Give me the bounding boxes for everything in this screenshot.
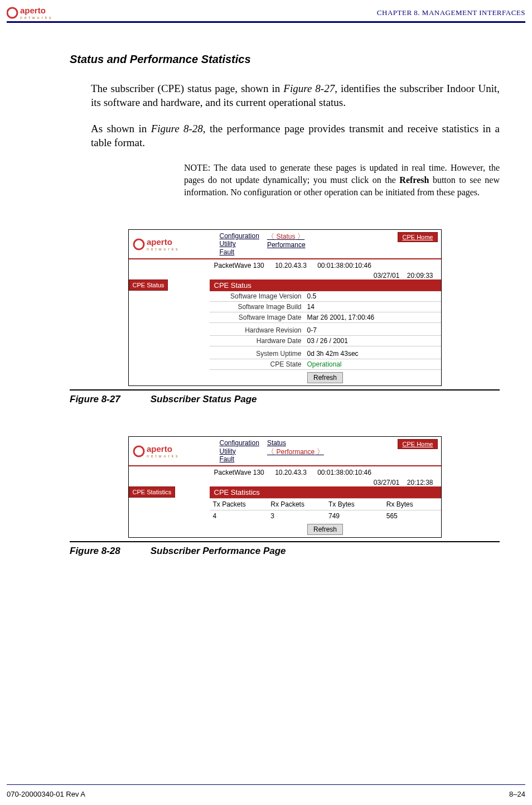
label-sw-version: Software Image Version — [210, 292, 305, 300]
nav-status[interactable]: Status — [277, 233, 296, 240]
row-cpe-state: CPE StateOperational — [210, 359, 441, 370]
svg-text:n e t w o r k s: n e t w o r k s — [147, 247, 178, 251]
panel-title: CPE Status — [210, 279, 441, 291]
figure-27-number: Figure 8-27 — [70, 394, 148, 405]
figure-27-caption: Figure 8-27 Subscriber Status Page — [70, 394, 500, 405]
value-hw-date: 03 / 26 / 2001 — [305, 337, 348, 345]
value-sw-version: 0.5 — [305, 292, 317, 300]
device-info-line: PacketWave 130 10.20.43.3 00:01:38:00:10… — [210, 259, 441, 272]
label-hw-date: Hardware Date — [210, 337, 305, 345]
device-datetime: 03/27/01 20:12:38 — [210, 479, 441, 486]
row-hw-date: Hardware Date03 / 26 / 2001 — [210, 336, 441, 346]
info-model: PacketWave 130 — [214, 469, 264, 476]
nav-configuration[interactable]: Configuration — [220, 232, 259, 240]
header-rule — [7, 21, 525, 23]
refresh-button[interactable]: Refresh — [307, 524, 343, 535]
paragraph-1: The subscriber (CPE) status page, shown … — [91, 81, 500, 109]
nav-utility[interactable]: Utility — [220, 447, 259, 455]
ss-logo: aperto n e t w o r k s — [129, 437, 216, 465]
chapter-label: CHAPTER 8. MANAGEMENT INTERFACES — [377, 8, 525, 17]
nav-bracket-icon: 〈 — [267, 232, 277, 240]
footer-left: 070-20000340-01 Rev A — [7, 790, 85, 798]
info-model: PacketWave 130 — [214, 262, 264, 269]
figure-ref-27: Figure 8-27 — [283, 83, 335, 94]
col-tx-bytes: Tx Bytes — [325, 499, 383, 510]
value-cpe-state: Operational — [305, 360, 342, 368]
figure-28-number: Figure 8-28 — [70, 546, 148, 557]
note: NOTE: The data used to generate these pa… — [184, 162, 500, 198]
row-sw-version: Software Image Version0.5 — [210, 291, 441, 302]
col-tx-packets: Tx Packets — [210, 499, 268, 510]
panel-title: CPE Statistics — [210, 486, 441, 498]
row-sw-build: Software Image Build14 — [210, 302, 441, 312]
figure-28-title: Subscriber Performance Page — [151, 546, 286, 556]
ss-logo: aperto n e t w o r k s — [129, 230, 216, 258]
nav-status[interactable]: Status — [267, 439, 324, 447]
stats-value-row: 4 3 749 565 — [210, 510, 441, 522]
svg-point-0 — [7, 8, 17, 18]
figure-27: aperto n e t w o r k s Configuration Uti… — [70, 229, 500, 405]
nav-performance[interactable]: Performance — [267, 241, 306, 249]
val-rx-bytes: 565 — [383, 510, 441, 522]
svg-text:aperto: aperto — [20, 6, 46, 15]
info-time: 20:12:38 — [407, 479, 433, 486]
svg-text:n e t w o r k s: n e t w o r k s — [147, 454, 178, 458]
nav-configuration[interactable]: Configuration — [220, 439, 259, 447]
label-uptime: System Uptime — [210, 350, 305, 358]
val-tx-packets: 4 — [210, 510, 268, 522]
nav-fault[interactable]: Fault — [220, 455, 259, 463]
device-info-line: PacketWave 130 10.20.43.3 00:01:38:00:10… — [210, 466, 441, 479]
logo: aperto n e t w o r k s — [7, 6, 68, 20]
nav-utility[interactable]: Utility — [220, 240, 259, 248]
note-bold: Refresh — [399, 175, 429, 185]
svg-point-6 — [134, 446, 144, 456]
para2-text-a: As shown in — [91, 123, 151, 134]
figure-28: aperto n e t w o r k s Configuration Uti… — [70, 436, 500, 557]
section-title: Status and Performance Statistics — [70, 53, 500, 66]
info-date: 03/27/01 — [374, 479, 400, 486]
info-time: 20:09:33 — [407, 272, 433, 279]
row-hw-rev: Hardware Revision0-7 — [210, 325, 441, 336]
nav-bracket-icon: 〈 — [267, 447, 277, 456]
nav-bracket-icon: 〉 — [296, 232, 305, 240]
label-sw-date: Software Image Date — [210, 314, 305, 321]
label-sw-build: Software Image Build — [210, 303, 305, 311]
info-mac: 00:01:38:00:10:46 — [317, 469, 371, 476]
col-rx-packets: Rx Packets — [267, 499, 325, 510]
val-tx-bytes: 749 — [325, 510, 383, 522]
svg-point-3 — [134, 239, 144, 249]
value-uptime: 0d 3h 42m 43sec — [305, 350, 359, 358]
stats-header-row: Tx Packets Rx Packets Tx Bytes Rx Bytes — [210, 498, 441, 510]
figure-27-title: Subscriber Status Page — [151, 394, 257, 404]
side-tab-cpe-statistics[interactable]: CPE Statistics — [129, 486, 176, 498]
cpe-home-button[interactable]: CPE Home — [398, 439, 437, 449]
paragraph-2: As shown in Figure 8-28, the performance… — [91, 122, 500, 150]
value-sw-build: 14 — [305, 303, 315, 311]
device-datetime: 03/27/01 20:09:33 — [210, 272, 441, 279]
cpe-home-button[interactable]: CPE Home — [398, 232, 437, 242]
para1-text-a: The subscriber (CPE) status page, shown … — [91, 83, 283, 94]
info-ip: 10.20.43.3 — [275, 262, 307, 269]
figure-28-caption: Figure 8-28 Subscriber Performance Page — [70, 546, 500, 557]
side-tab-cpe-status[interactable]: CPE Status — [129, 279, 168, 291]
label-cpe-state: CPE State — [210, 360, 305, 368]
col-rx-bytes: Rx Bytes — [383, 499, 441, 510]
info-date: 03/27/01 — [374, 272, 400, 279]
nav-bracket-icon: 〉 — [315, 447, 324, 456]
refresh-button[interactable]: Refresh — [307, 372, 343, 383]
value-sw-date: Mar 26 2001, 17:00:46 — [305, 314, 375, 321]
figure-ref-28: Figure 8-28 — [151, 123, 203, 134]
footer-rule — [7, 784, 525, 785]
footer-right: 8–24 — [509, 790, 525, 798]
svg-text:aperto: aperto — [147, 237, 172, 247]
svg-text:aperto: aperto — [147, 444, 172, 454]
nav-fault[interactable]: Fault — [220, 248, 259, 256]
info-mac: 00:01:38:00:10:46 — [317, 262, 371, 269]
row-uptime: System Uptime0d 3h 42m 43sec — [210, 349, 441, 359]
label-hw-rev: Hardware Revision — [210, 326, 305, 334]
info-ip: 10.20.43.3 — [275, 469, 307, 476]
svg-text:n e t w o r k s: n e t w o r k s — [20, 16, 52, 20]
value-hw-rev: 0-7 — [305, 326, 317, 334]
nav-performance[interactable]: Performance — [277, 448, 315, 456]
val-rx-packets: 3 — [267, 510, 325, 522]
